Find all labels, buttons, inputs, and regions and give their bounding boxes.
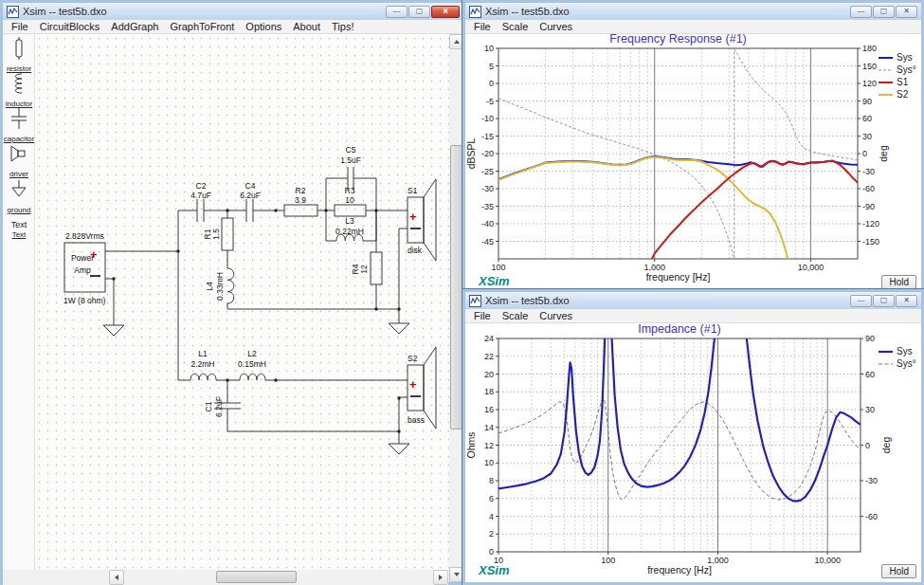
imp-titlebar[interactable]: Xsim -- test5b.dxo — ▢ ✕ (465, 292, 921, 309)
svg-text:8: 8 (489, 476, 494, 485)
svg-text:10,000: 10,000 (814, 556, 841, 565)
menu-curves[interactable]: Curves (534, 310, 578, 321)
inductor-icon (9, 72, 29, 95)
tool-ground[interactable]: ground (3, 178, 35, 214)
minimize-icon[interactable]: — (850, 6, 872, 18)
svg-text:-120: -120 (862, 219, 879, 229)
resistor-r2-symbol (284, 205, 317, 216)
svg-text:180: 180 (862, 44, 877, 53)
label-s2-value: bass (408, 415, 425, 425)
label-l2-ref: L2 (247, 349, 257, 358)
label-c4-ref: C4 (245, 181, 256, 191)
svg-text:-60: -60 (862, 184, 875, 193)
frequency-response-window: Xsim -- test5b.dxo — ▢ ✕ File Scale Curv… (462, 0, 924, 296)
svg-text:10,000: 10,000 (798, 263, 824, 272)
scroll-left-icon[interactable] (109, 570, 124, 585)
close-icon[interactable]: ✕ (431, 6, 460, 18)
svg-text:16: 16 (484, 405, 494, 414)
menu-tips[interactable]: Tips! (326, 21, 359, 32)
menu-curves[interactable]: Curves (534, 21, 578, 32)
horizontal-scrollbar[interactable] (109, 570, 448, 585)
legend-label: Sys (897, 52, 913, 63)
svg-text:24: 24 (484, 334, 494, 343)
svg-text:-40: -40 (481, 219, 494, 229)
menu-scale[interactable]: Scale (497, 21, 534, 32)
freq-titlebar[interactable]: Xsim -- test5b.dxo — ▢ ✕ (465, 3, 921, 20)
close-icon[interactable]: ✕ (896, 6, 917, 18)
tool-label-driver: driver (3, 170, 35, 178)
freq-window-title: Xsim -- test5b.dxo (485, 6, 570, 17)
menu-scale[interactable]: Scale (497, 310, 534, 321)
svg-text:12: 12 (484, 441, 494, 450)
x-axis-label: frequency [Hz] (647, 564, 712, 576)
y-axis-label-left: Ohms (465, 431, 477, 458)
svg-text:120: 120 (862, 79, 877, 88)
maximize-icon[interactable]: ▢ (873, 295, 895, 307)
legend-label: S2 (897, 89, 909, 100)
resistor-r4-symbol (371, 252, 382, 284)
tool-resistor[interactable]: resistor (3, 37, 35, 73)
freq-chart-svg: 1050-5-10-15-20-25-30-35-40-451801501209… (465, 34, 921, 293)
menu-circuitblocks[interactable]: CircuitBlocks (34, 21, 106, 32)
close-icon[interactable]: ✕ (896, 295, 917, 307)
label-source-voltage: 2.828Vrms (65, 231, 104, 241)
svg-text:-15: -15 (481, 132, 494, 141)
svg-text:18: 18 (484, 387, 494, 396)
menu-file[interactable]: File (468, 310, 497, 321)
label-source-rating: 1W (8 ohm) (63, 296, 106, 305)
tool-label-ground: ground (3, 206, 35, 214)
maximize-icon[interactable]: ▢ (873, 6, 895, 18)
schematic-canvas[interactable]: 2.828Vrms Power Amp + 1W (8 ohm) C2 4.7u… (35, 34, 449, 570)
svg-text:-25: -25 (481, 167, 494, 176)
inductor-l4-symbol (227, 268, 234, 303)
hold-button[interactable]: Hold (881, 275, 916, 289)
minimize-icon[interactable]: — (850, 295, 872, 307)
svg-text:-60: -60 (865, 512, 878, 521)
svg-text:-35: -35 (481, 202, 494, 211)
svg-text:150: 150 (862, 62, 877, 71)
driver-s2-cone (424, 347, 436, 429)
label-s2-ref: S2 (408, 354, 418, 363)
main-titlebar[interactable]: Xsim -- test5b.dxo — ▢ ✕ (3, 3, 463, 20)
label-s1-value: disk (408, 246, 423, 255)
tool-text[interactable]: Text Text (3, 220, 35, 239)
inductor-l2-symbol (240, 374, 265, 380)
y-axis-label-left: dBSPL (465, 138, 477, 170)
svg-text:-150: -150 (862, 237, 879, 247)
tool-inductor[interactable]: inductor (3, 72, 35, 108)
vertical-scrollbar-thumb[interactable] (450, 145, 462, 430)
tool-driver[interactable]: driver (3, 142, 35, 178)
main-menubar: File CircuitBlocks AddGraph GraphToFront… (3, 20, 463, 34)
label-r2-value: 3.9 (295, 195, 306, 205)
component-toolbar: resistor inductor capacitor driver (3, 34, 35, 570)
svg-text:90: 90 (865, 334, 875, 343)
label-c5-ref: C5 (346, 145, 356, 155)
inductor-l1-symbol (190, 374, 216, 380)
menu-about[interactable]: About (287, 21, 326, 32)
capacitor-c2-symbol (197, 199, 204, 222)
xsim-app-icon (469, 6, 481, 18)
minimize-icon[interactable]: — (386, 6, 408, 18)
menu-file[interactable]: File (468, 21, 497, 32)
svg-text:-5: -5 (486, 97, 494, 106)
label-r1-value: 1.5 (211, 229, 221, 240)
horizontal-scrollbar-thumb[interactable] (216, 571, 297, 583)
menu-addgraph[interactable]: AddGraph (105, 21, 164, 32)
label-l1-value: 2.2mH (190, 359, 214, 369)
maximize-icon[interactable]: ▢ (408, 6, 430, 18)
menu-file[interactable]: File (6, 21, 34, 32)
menu-options[interactable]: Options (240, 21, 287, 32)
svg-text:-30: -30 (865, 476, 878, 485)
desktop: { "main_window": { "title": "Xsim -- tes… (0, 0, 924, 585)
hold-button[interactable]: Hold (881, 564, 916, 578)
resistor-icon (9, 37, 29, 60)
scroll-right-icon[interactable] (433, 570, 448, 585)
tool-capacitor[interactable]: capacitor (3, 107, 35, 143)
label-c1-value: 6.2uF (214, 396, 224, 417)
svg-text:0: 0 (489, 79, 494, 88)
svg-text:-30: -30 (481, 184, 494, 193)
menu-graphtofront[interactable]: GraphToFront (164, 21, 240, 32)
label-source-line2: Amp (74, 265, 91, 275)
y-axis-label-right: deg (878, 145, 889, 162)
junction-dots (112, 209, 400, 432)
